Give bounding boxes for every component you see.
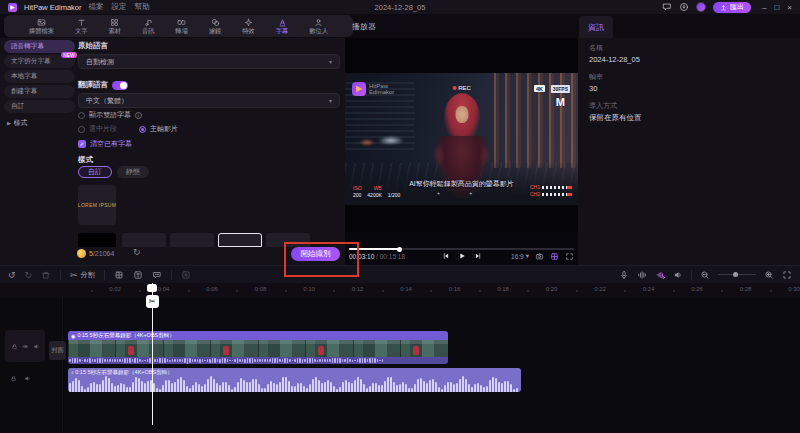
source-language-select[interactable]: 自動檢測 ▾	[78, 54, 340, 69]
bilingual-label: 顯示雙語字幕	[89, 110, 131, 120]
ruler-label: 0:20	[546, 286, 558, 292]
add-track-icon[interactable]	[181, 270, 191, 280]
lock-icon[interactable]	[11, 343, 18, 350]
cover-button[interactable]: 封面	[49, 341, 66, 360]
mute-icon[interactable]	[24, 375, 31, 382]
speaker-icon[interactable]	[673, 270, 683, 280]
tab-text[interactable]: 文字	[75, 18, 88, 35]
app-name: HitPaw Edimakor	[24, 3, 82, 12]
tab-effects[interactable]: 特效	[242, 18, 255, 35]
aspect-ratio-select[interactable]: 16:9▾	[511, 252, 529, 260]
avatar[interactable]	[696, 2, 706, 12]
tab-avatar[interactable]: 數位人	[309, 18, 328, 35]
previous-frame-button[interactable]	[442, 252, 450, 260]
sidebar-item-label: 樣式	[14, 118, 28, 128]
split-button[interactable]: ✂分割	[70, 270, 95, 280]
visibility-icon[interactable]	[22, 343, 29, 350]
chevron-down-icon: ▾	[526, 252, 529, 260]
sidebar-item-3[interactable]: 本地字幕	[4, 70, 75, 83]
feedback-icon[interactable]	[662, 2, 672, 12]
elements-icon	[110, 18, 119, 27]
info-field-label: 幀率	[589, 72, 789, 82]
microphone-icon[interactable]	[619, 270, 629, 280]
tab-transition[interactable]: 轉場	[175, 18, 188, 35]
translate-toggle[interactable]	[112, 81, 128, 90]
tab-subtitle[interactable]: 字幕	[276, 18, 289, 35]
player-pane: ▶ HitPawEdimakor REC 4K 30FPS M ISOWB 20…	[345, 38, 578, 265]
tab-filter[interactable]: 濾鏡	[209, 18, 222, 35]
lock-icon[interactable]	[10, 375, 17, 382]
playhead-scissors-button[interactable]: ✂	[146, 295, 159, 308]
mosaic-icon[interactable]	[114, 270, 124, 280]
badge-fps: 30FPS	[551, 85, 570, 93]
audio-clip[interactable]: ♪ 0:15 5秒左右螢幕錄影（4K+OBS剪輯）	[68, 368, 521, 392]
playhead-handle[interactable]	[147, 284, 157, 292]
split-screen-icon[interactable]	[550, 252, 559, 261]
info-field-value: 30	[589, 84, 789, 93]
ruler-tick	[382, 290, 384, 292]
clear-existing-checkbox[interactable]: ✓	[78, 140, 86, 148]
sidebar-item-5[interactable]: 自訂	[4, 100, 75, 113]
video-clip[interactable]: ◉0:15 5秒左右螢幕錄影（4K+OBS剪輯）	[68, 331, 448, 364]
style-tile-4[interactable]	[170, 233, 214, 247]
clear-existing-label: 清空已有字幕	[90, 139, 132, 149]
fullscreen-icon[interactable]	[565, 252, 574, 261]
tab-media[interactable]: 媒體檔案	[29, 18, 54, 35]
tab-label: 素材	[108, 28, 121, 35]
zoom-out-icon[interactable]	[700, 270, 710, 280]
download-icon[interactable]	[679, 2, 689, 12]
mute-icon[interactable]	[33, 343, 40, 350]
timeline-ruler[interactable]: 0:020:040:060:080:100:120:140:160:180:20…	[0, 283, 800, 297]
close-button[interactable]: ×	[787, 3, 792, 12]
maximize-button[interactable]: □	[774, 3, 779, 12]
timeline-zoom-slider[interactable]	[718, 274, 756, 275]
denoise-icon[interactable]	[655, 270, 665, 280]
filter-icon	[211, 18, 220, 27]
video-frame[interactable]: ▶ HitPawEdimakor REC 4K 30FPS M ISOWB 20…	[345, 73, 578, 205]
style-preview-tile[interactable]: LOREM IPSUM	[78, 185, 116, 225]
style-tab-custom[interactable]: 自訂	[78, 166, 112, 178]
style-tab-static[interactable]: 靜態	[117, 166, 149, 178]
delete-icon[interactable]	[41, 270, 51, 280]
sidebar-item-1[interactable]: 語音轉字幕	[4, 40, 75, 53]
style-tile-2[interactable]	[78, 233, 116, 247]
snapshot-icon[interactable]	[535, 252, 544, 261]
add-text-icon[interactable]	[133, 270, 143, 280]
bilingual-radio[interactable]	[78, 112, 85, 119]
ruler-tick	[770, 290, 772, 292]
watermark-line1: HitPaw	[369, 83, 388, 89]
redo-icon[interactable]: ↻	[25, 270, 33, 280]
watermark-logo-icon: ▶	[352, 82, 366, 96]
undo-icon[interactable]: ↺	[8, 270, 16, 280]
minimize-button[interactable]: –	[762, 3, 766, 12]
refresh-icon[interactable]: ↻	[133, 247, 141, 257]
menu-item-2[interactable]: 設定	[112, 2, 127, 12]
tab-audio[interactable]: 音訊	[142, 18, 155, 35]
menu-item-3[interactable]: 幫助	[135, 2, 150, 12]
rec-indicator: REC	[452, 85, 471, 91]
clip-play-icon: ◉	[71, 333, 75, 339]
titlebar-actions: 匯出 – □ ×	[662, 2, 792, 13]
scope-maintrack-radio[interactable]	[139, 126, 146, 133]
next-frame-button[interactable]	[474, 252, 482, 260]
translate-language-select[interactable]: 中文（繁體） ▾	[78, 93, 340, 108]
ch1-label: CH1	[530, 184, 540, 190]
zoom-in-icon[interactable]	[764, 270, 774, 280]
sidebar-item-2[interactable]: 文字拆分字幕NEW	[4, 55, 75, 68]
tab-info[interactable]: 資訊	[579, 16, 613, 38]
play-button[interactable]	[458, 252, 466, 260]
tab-elements[interactable]: 素材	[108, 18, 121, 35]
sidebar-item-4[interactable]: 創建字幕	[4, 85, 75, 98]
audio-wave-icon[interactable]	[637, 270, 647, 280]
add-subtitle-icon[interactable]	[152, 270, 162, 280]
sidebar-item-style-expander[interactable]: ▶樣式	[4, 115, 75, 128]
export-button[interactable]: 匯出	[713, 2, 751, 13]
media-icon	[37, 18, 46, 27]
style-tile-3[interactable]	[122, 233, 166, 247]
ruler-tick	[576, 290, 578, 292]
style-tile-5[interactable]	[218, 233, 262, 247]
menu-item-1[interactable]: 檔案	[89, 2, 104, 12]
fit-timeline-icon[interactable]	[782, 270, 792, 280]
scope-selected-radio[interactable]	[78, 126, 85, 133]
app-logo-icon: ▶	[8, 3, 17, 12]
